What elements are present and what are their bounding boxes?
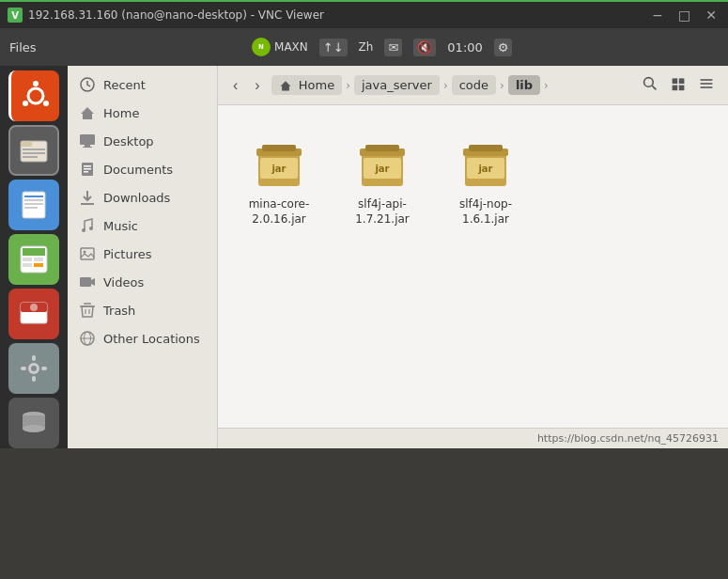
svg-rect-8 xyxy=(23,152,45,154)
svg-line-54 xyxy=(652,86,656,89)
sep4: › xyxy=(542,79,550,92)
sidebar-item-documents[interactable]: Documents xyxy=(68,155,217,183)
launcher-calc[interactable] xyxy=(8,234,59,285)
sidebar-item-pictures[interactable]: Pictures xyxy=(68,240,217,268)
menu-button[interactable] xyxy=(694,71,719,100)
sidebar-item-other-locations[interactable]: Other Locations xyxy=(68,324,217,352)
sidebar-documents-label: Documents xyxy=(103,163,173,177)
locations-icon xyxy=(79,330,96,347)
svg-rect-9 xyxy=(23,156,38,158)
sidebar-home-label: Home xyxy=(103,106,139,120)
launcher-writer[interactable] xyxy=(8,180,59,230)
file-item-slf4j-nop[interactable]: jar slf4j-nop-1.6.1.jar xyxy=(443,124,528,234)
sidebar-music-label: Music xyxy=(103,219,138,233)
sidebar-item-trash[interactable]: Trash xyxy=(68,296,217,324)
launcher-impress[interactable] xyxy=(8,289,59,339)
svg-rect-26 xyxy=(32,355,36,361)
svg-point-3 xyxy=(43,101,49,106)
sidebar-item-home[interactable]: Home xyxy=(68,99,217,127)
mail-icon[interactable]: ✉ xyxy=(384,39,402,56)
svg-rect-44 xyxy=(81,248,94,259)
svg-rect-71 xyxy=(365,145,399,151)
file-sidebar: Recent Home Desktop Documents xyxy=(68,66,218,448)
nvidia-label: MAXN xyxy=(274,40,308,54)
svg-rect-66 xyxy=(262,145,296,151)
file-label-mina-core: mina-core-2.0.16.jar xyxy=(249,197,310,227)
sidebar-pictures-label: Pictures xyxy=(103,247,151,261)
svg-rect-14 xyxy=(24,207,38,209)
launcher-storage[interactable] xyxy=(8,398,59,448)
status-url: https://blog.csdn.net/nq_45726931 xyxy=(537,432,719,445)
ubuntu-icon xyxy=(19,79,53,113)
view-toggle-button[interactable] xyxy=(666,71,690,100)
breadcrumb-home-icon xyxy=(279,79,292,92)
jar-icon-slf4j-nop: jar xyxy=(456,132,516,192)
transfer-icon[interactable]: ↑↓ xyxy=(319,39,348,56)
svg-rect-27 xyxy=(32,376,36,382)
files-icon xyxy=(17,133,51,167)
maximize-button[interactable]: □ xyxy=(674,6,694,24)
clock: 01:00 xyxy=(447,40,482,55)
trash-icon xyxy=(79,302,96,319)
sidebar-item-downloads[interactable]: Downloads xyxy=(68,183,217,211)
taskbar-app-label: Files xyxy=(9,40,37,55)
svg-rect-13 xyxy=(24,203,43,205)
svg-rect-7 xyxy=(23,149,45,150)
svg-rect-35 xyxy=(85,145,90,147)
breadcrumb-java-server[interactable]: java_server xyxy=(354,75,440,95)
window-title: 192.168.31.160 (nano@nano-desktop) - VNC… xyxy=(28,8,324,22)
svg-rect-12 xyxy=(24,199,43,201)
sep1: › xyxy=(344,79,352,92)
sidebar-item-videos[interactable]: Videos xyxy=(68,268,217,296)
close-button[interactable]: ✕ xyxy=(702,6,720,24)
file-item-slf4j-api[interactable]: jar slf4j-api-1.7.21.jar xyxy=(340,124,425,234)
videos-icon xyxy=(79,274,96,290)
launcher-ubuntu[interactable] xyxy=(8,70,59,121)
svg-rect-39 xyxy=(84,168,91,170)
svg-rect-38 xyxy=(84,165,91,167)
svg-rect-46 xyxy=(80,277,91,287)
home-icon xyxy=(79,104,96,121)
back-button[interactable]: ‹ xyxy=(227,73,243,98)
sidebar-item-music[interactable]: Music xyxy=(68,211,217,240)
main-area: Recent Home Desktop Documents xyxy=(0,66,728,448)
svg-rect-11 xyxy=(24,196,43,197)
sidebar-item-desktop[interactable]: Desktop xyxy=(68,127,217,155)
breadcrumb-code[interactable]: code xyxy=(452,75,496,95)
search-button[interactable] xyxy=(638,71,662,100)
settings-icon[interactable]: ⚙ xyxy=(494,39,513,56)
svg-rect-6 xyxy=(21,141,32,147)
taskbar-center: N MAXN ↑↓ Zh ✉ 🔇 01:00 ⚙ xyxy=(46,38,719,56)
breadcrumb-home[interactable]: Home xyxy=(271,75,343,96)
svg-point-53 xyxy=(644,77,654,86)
sidebar-desktop-label: Desktop xyxy=(103,134,154,149)
svg-rect-40 xyxy=(84,171,88,173)
jar-svg-slf4j-api: jar xyxy=(352,132,412,192)
breadcrumb: Home › java_server › code › lib › xyxy=(271,75,632,96)
breadcrumb-lib[interactable]: lib xyxy=(508,75,540,95)
jar-svg-mina-core: jar xyxy=(249,132,309,192)
volume-icon[interactable]: 🔇 xyxy=(413,39,436,56)
vnc-icon: V xyxy=(8,8,23,23)
taskbar-app: Files xyxy=(9,40,37,55)
forward-button[interactable]: › xyxy=(249,73,265,98)
sidebar-trash-label: Trash xyxy=(103,304,135,318)
file-label-slf4j-api: slf4j-api-1.7.21.jar xyxy=(355,197,410,227)
file-grid: jar mina-core-2.0.16.jar jar xyxy=(218,105,728,428)
svg-point-2 xyxy=(33,81,39,86)
svg-text:jar: jar xyxy=(477,164,492,174)
toolbar-right xyxy=(638,71,719,100)
sidebar-downloads-label: Downloads xyxy=(103,191,170,205)
documents-icon xyxy=(79,161,96,178)
file-item-mina-core[interactable]: jar mina-core-2.0.16.jar xyxy=(237,124,321,234)
window-controls: − □ ✕ xyxy=(648,6,720,24)
sidebar-videos-label: Videos xyxy=(103,275,144,290)
launcher-settings[interactable] xyxy=(8,343,59,394)
launcher-files[interactable] xyxy=(8,125,59,176)
minimize-button[interactable]: − xyxy=(648,6,667,24)
writer-icon xyxy=(17,188,51,222)
status-bar: https://blog.csdn.net/nq_45726931 xyxy=(218,428,728,448)
svg-rect-58 xyxy=(679,85,685,90)
keyboard-label: Zh xyxy=(359,40,374,54)
sidebar-item-recent[interactable]: Recent xyxy=(68,70,217,99)
